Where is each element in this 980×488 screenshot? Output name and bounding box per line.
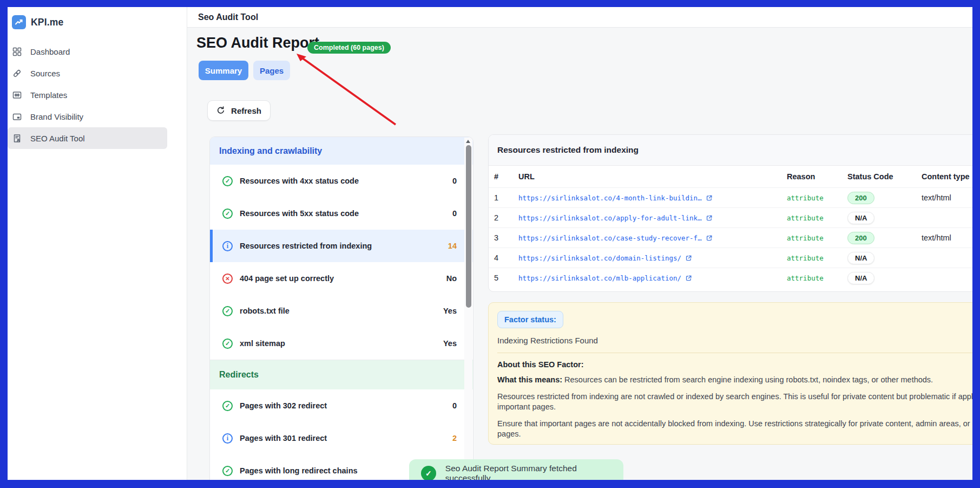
summary-row[interactable]: 404 page set up correctly No	[210, 262, 473, 295]
refresh-button[interactable]: Refresh	[207, 100, 271, 121]
url-text: https://sirlinksalot.co/apply-for-adult-…	[518, 214, 702, 222]
factor-status-chip: Factor status:	[497, 311, 563, 328]
url-link[interactable]: https://sirlinksalot.co/mlb-application/	[518, 274, 787, 282]
trend-chart-logo-icon	[12, 15, 26, 29]
table-row: 3 https://sirlinksalot.co/case-study-rec…	[489, 227, 972, 248]
summary-row[interactable]: Pages with 302 redirect 0	[210, 389, 473, 422]
summary-row-label: Resources with 5xx status code	[240, 209, 359, 218]
summary-row-label: xml sitemap	[240, 339, 285, 348]
table-row: 2 https://sirlinksalot.co/apply-for-adul…	[489, 207, 972, 227]
link-icon	[12, 68, 22, 78]
factor-status-text: Indexing Restrictions Found	[497, 336, 972, 345]
summary-panel: Indexing and crawlability Resources with…	[209, 136, 473, 480]
panel-scrollbar	[464, 138, 472, 480]
row-number: 3	[494, 233, 518, 242]
section-header-redirects: Redirects	[210, 360, 473, 389]
url-link[interactable]: https://sirlinksalot.co/domain-listings/	[518, 254, 787, 262]
url-text: https://sirlinksalot.co/4-month-link-bui…	[518, 194, 702, 202]
status-code-badge: 200	[847, 232, 874, 244]
summary-row-value: Yes	[443, 339, 457, 348]
scrollbar-up-arrow-icon[interactable]	[466, 140, 470, 143]
row-number: 2	[494, 213, 518, 222]
col-reason: Reason	[787, 172, 847, 181]
detail-panel-title: Resources restricted from indexing	[489, 135, 972, 166]
sidebar-item-label: Brand Visibility	[30, 112, 83, 121]
summary-row-value: No	[446, 274, 457, 283]
status-icon	[222, 241, 233, 251]
report-tabs: Summary Pages	[199, 61, 290, 80]
logo-text: KPI.me	[31, 17, 64, 28]
summary-row-value: 0	[452, 209, 457, 218]
main-area: Seo Audit Tool SEO Audit Report Complete…	[187, 7, 972, 480]
sidebar-item-dashboard[interactable]: Dashboard	[8, 41, 167, 62]
summary-row-label: Resources restricted from indexing	[240, 242, 372, 250]
content-type-value: text/html	[922, 233, 972, 242]
summary-row-value: 0	[452, 177, 457, 185]
reason-value: attribute	[787, 254, 847, 262]
screen-frame: KPI.me Dashboard Sources	[0, 0, 980, 488]
status-code-badge: N/A	[847, 272, 874, 284]
content-area: SEO Audit Report Completed (60 pages) Su…	[187, 28, 972, 480]
section-title: Redirects	[219, 370, 259, 380]
summary-row[interactable]: Pages with 301 redirect 2	[210, 422, 473, 454]
factor-paragraph-2: Resources restricted from indexing are n…	[497, 392, 972, 413]
url-link[interactable]: https://sirlinksalot.co/case-study-recov…	[518, 234, 787, 242]
summary-row-label: 404 page set up correctly	[240, 274, 334, 283]
page-title: Seo Audit Tool	[198, 12, 258, 22]
reason-value: attribute	[787, 214, 847, 222]
table-header-row: # URL Reason Status Code Content type	[489, 166, 972, 187]
summary-row[interactable]: xml sitemap Yes	[210, 327, 473, 360]
section-items-indexing: Resources with 4xx status code 0 Resourc…	[210, 165, 473, 360]
summary-row-value: 0	[452, 401, 457, 410]
reason-value: attribute	[787, 234, 847, 242]
summary-row-label: Resources with 4xx status code	[240, 177, 359, 185]
summary-row[interactable]: robots.txt file Yes	[210, 295, 473, 327]
page-topbar: Seo Audit Tool	[187, 7, 972, 28]
dashboard-grid-icon	[12, 47, 22, 56]
status-code-badge: N/A	[847, 252, 874, 264]
content-type-value: text/html	[922, 193, 972, 202]
table-row: 4 https://sirlinksalot.co/domain-listing…	[489, 248, 972, 268]
sidebar-nav: Dashboard Sources Templates	[8, 41, 187, 149]
summary-row[interactable]: Resources restricted from indexing 14	[210, 230, 473, 262]
sidebar-item-seo-audit-tool[interactable]: SEO Audit Tool	[8, 127, 167, 149]
summary-row[interactable]: Resources with 4xx status code 0	[210, 165, 473, 197]
sidebar-item-templates[interactable]: Templates	[8, 84, 167, 106]
toast-notification: ✓ Seo Audit Report Summary fetched succe…	[409, 459, 623, 480]
section-title: Indexing and crawlability	[219, 146, 322, 156]
summary-row-label: robots.txt file	[240, 307, 290, 315]
external-link-icon	[706, 235, 713, 242]
status-icon	[222, 176, 233, 186]
sidebar-item-brand-visibility[interactable]: Brand Visibility	[8, 106, 167, 127]
status-icon	[222, 209, 233, 219]
tab-pages[interactable]: Pages	[253, 61, 290, 80]
sidebar-item-sources[interactable]: Sources	[8, 62, 167, 84]
tab-summary[interactable]: Summary	[199, 61, 248, 80]
table-body: 1 https://sirlinksalot.co/4-month-link-b…	[489, 187, 972, 288]
status-icon	[222, 274, 233, 284]
summary-row-value: 14	[448, 242, 457, 250]
sidebar-item-label: Sources	[30, 69, 60, 78]
status-code-badge: 200	[847, 192, 874, 204]
refresh-label: Refresh	[231, 106, 261, 115]
url-text: https://sirlinksalot.co/mlb-application/	[518, 274, 681, 282]
scrollbar-thumb[interactable]	[466, 145, 471, 308]
col-num: #	[494, 172, 518, 181]
url-link[interactable]: https://sirlinksalot.co/4-month-link-bui…	[518, 194, 787, 202]
row-number: 5	[494, 274, 518, 282]
summary-row-label: Pages with 301 redirect	[240, 434, 327, 443]
refresh-icon	[216, 106, 225, 115]
factor-means-paragraph: What this means: Resources can be restri…	[497, 375, 972, 386]
col-status-code: Status Code	[847, 172, 922, 181]
table-row: 5 https://sirlinksalot.co/mlb-applicatio…	[489, 268, 972, 288]
factor-status-card: Factor status: Indexing Restrictions Fou…	[488, 302, 972, 445]
status-icon	[222, 433, 233, 444]
summary-row[interactable]: Resources with 5xx status code 0	[210, 197, 473, 230]
reason-value: attribute	[787, 274, 847, 282]
url-text: https://sirlinksalot.co/case-study-recov…	[518, 234, 702, 242]
row-number: 1	[494, 193, 518, 202]
url-link[interactable]: https://sirlinksalot.co/apply-for-adult-…	[518, 214, 787, 222]
summary-row-value: 2	[452, 434, 457, 443]
summary-row-label: Pages with 302 redirect	[240, 401, 327, 410]
col-url: URL	[518, 172, 787, 181]
